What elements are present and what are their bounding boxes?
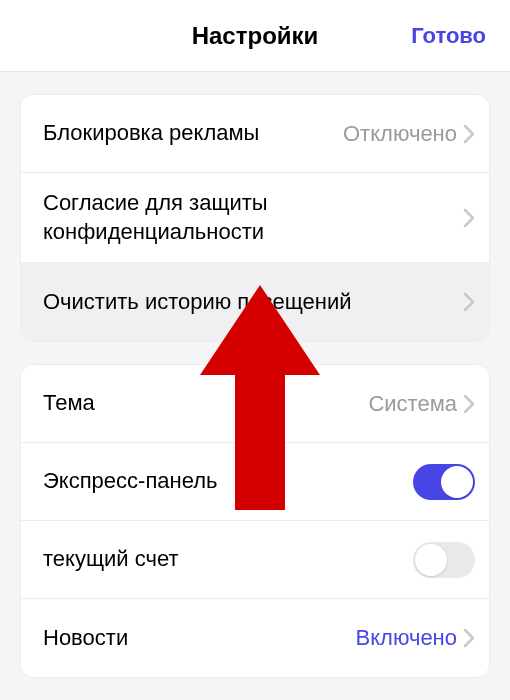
row-clear-history-label: Очистить историю посещений [43, 288, 463, 317]
chevron-right-icon [463, 124, 475, 144]
row-adblock-label: Блокировка рекламы [43, 119, 343, 148]
row-theme-value: Система [368, 391, 457, 417]
row-speed-dial-label: Экспресс-панель [43, 467, 413, 496]
row-adblock[interactable]: Блокировка рекламы Отключено [21, 95, 489, 173]
row-news-label: Новости [43, 624, 356, 653]
content: Блокировка рекламы Отключено Согласие дл… [0, 72, 510, 678]
page-title: Настройки [192, 22, 319, 50]
settings-group-1: Блокировка рекламы Отключено Согласие дл… [20, 94, 490, 342]
row-theme-label: Тема [43, 389, 368, 418]
settings-group-2: Тема Система Экспресс-панель текущий сче… [20, 364, 490, 678]
row-news[interactable]: Новости Включено [21, 599, 489, 677]
chevron-right-icon [463, 628, 475, 648]
chevron-right-icon [463, 208, 475, 228]
row-speed-dial: Экспресс-панель [21, 443, 489, 521]
toggle-knob [441, 466, 473, 498]
chevron-right-icon [463, 394, 475, 414]
toggle-knob [415, 544, 447, 576]
row-news-value: Включено [356, 625, 457, 651]
row-adblock-value: Отключено [343, 121, 457, 147]
row-theme[interactable]: Тема Система [21, 365, 489, 443]
done-button[interactable]: Готово [411, 23, 486, 49]
header: Настройки Готово [0, 0, 510, 72]
toggle-speed-dial[interactable] [413, 464, 475, 500]
row-live-score-label: текущий счет [43, 545, 413, 574]
row-clear-history[interactable]: Очистить историю посещений [21, 263, 489, 341]
toggle-live-score[interactable] [413, 542, 475, 578]
row-privacy-label: Согласие для защиты конфиденциальности [43, 189, 463, 246]
row-live-score: текущий счет [21, 521, 489, 599]
chevron-right-icon [463, 292, 475, 312]
row-privacy-consent[interactable]: Согласие для защиты конфиденциальности [21, 173, 489, 263]
